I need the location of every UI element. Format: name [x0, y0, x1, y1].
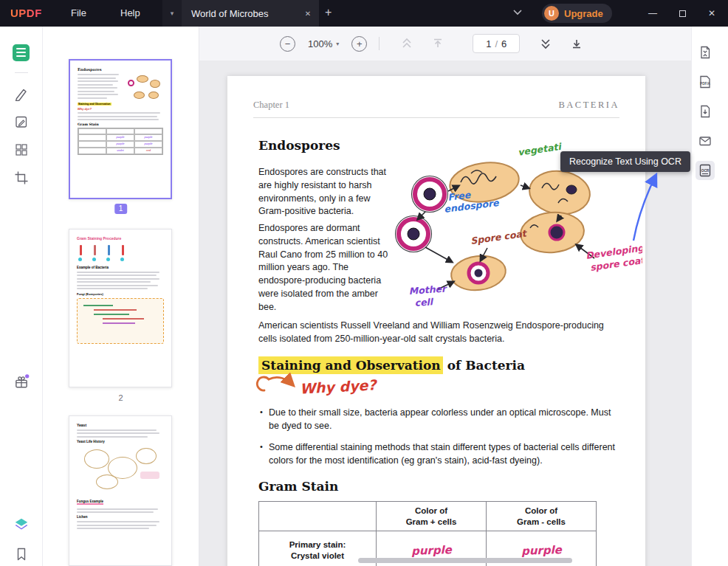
- thumb2-title: Gram Staining Procedure: [77, 236, 164, 241]
- spore-coat-label: Spore coat: [470, 227, 528, 246]
- previous-page-button[interactable]: [398, 35, 416, 52]
- user-avatar[interactable]: U: [544, 6, 559, 21]
- gram-stain-heading: Gram Stain: [258, 479, 338, 494]
- thumbnail-page-3[interactable]: Yeast Yeast Life History Fungus Example: [69, 415, 172, 566]
- thumb3-lines: [77, 429, 164, 438]
- chapter-label: Chapter 1: [253, 100, 289, 111]
- ocr-icon: OCR: [698, 163, 712, 178]
- gram-stain-table: Color ofGram + cells Color ofGram - cell…: [258, 501, 597, 566]
- menu-file[interactable]: File: [71, 7, 86, 18]
- ocr-button[interactable]: OCR: [696, 161, 715, 180]
- why-dye-annotation: Why dye?: [299, 376, 376, 396]
- vegetative-label: vegetati: [517, 141, 563, 158]
- gift-icon: [13, 373, 30, 390]
- organize-pages-button[interactable]: [10, 139, 32, 161]
- double-chevron-up-icon: [402, 38, 412, 49]
- zoom-dropdown-chevron-icon: ▾: [336, 41, 339, 47]
- thumb2-lines: [77, 272, 164, 290]
- new-tab-button[interactable]: +: [325, 6, 332, 19]
- bookmark-icon: [14, 547, 29, 562]
- comment-tool-button-active[interactable]: [10, 41, 32, 63]
- last-page-button[interactable]: [568, 35, 586, 52]
- page-separator: /: [495, 38, 498, 49]
- thumb2-cyan-dots: [78, 258, 164, 261]
- thumb1-illustration: [126, 74, 162, 103]
- zoom-level-select[interactable]: 100% ▾: [308, 38, 339, 49]
- svg-text:OCR: OCR: [701, 169, 710, 173]
- arrow-to-bottom-icon: [571, 38, 582, 49]
- endospores-paragraph-2: Endospores are dormant constructs. Ameri…: [258, 222, 393, 314]
- updf-app-window: UPDF File Help ▾ World of Microbes ✕ + U…: [0, 0, 728, 566]
- ocr-tooltip: Recognize Text Using OCR: [560, 151, 690, 172]
- layers-icon: [13, 517, 30, 533]
- page-total: 6: [501, 38, 506, 49]
- first-page-button[interactable]: [429, 35, 447, 52]
- whats-new-button[interactable]: [10, 370, 32, 393]
- staining-heading-rest: of Bacteria: [443, 358, 525, 373]
- page-number-input[interactable]: 1 / 6: [473, 34, 520, 53]
- pen-tool-button[interactable]: [10, 83, 32, 105]
- share-email-button[interactable]: [696, 131, 715, 151]
- title-bar: UPDF File Help ▾ World of Microbes ✕ + U…: [0, 0, 728, 27]
- document-canvas[interactable]: − 100% ▾ +: [199, 27, 691, 566]
- upgrade-button[interactable]: Upgrade: [564, 8, 603, 19]
- bookmark-button[interactable]: [10, 543, 32, 565]
- crop-pages-button[interactable]: [10, 167, 32, 189]
- thumb1-mini-table: purple purple purple purple violet red: [78, 128, 163, 155]
- bullet-2: Some differential staining methods that …: [260, 441, 620, 467]
- horizontal-scrollbar-thumb[interactable]: [358, 558, 572, 563]
- right-tool-rail: PDF/A OCR: [691, 27, 728, 566]
- thumb1-why-dye: Why dye?: [78, 107, 163, 111]
- table-header-gram-positive: Color ofGram + cells: [377, 502, 487, 531]
- thumb3-lines3: [77, 521, 164, 529]
- thumb1-gram-title: Gram Stain: [78, 122, 163, 126]
- pen-icon: [14, 86, 29, 101]
- collapse-toolbar-chevron-icon[interactable]: [512, 9, 523, 15]
- view-toolbar: − 100% ▾ +: [199, 27, 691, 61]
- why-dye-curl-arrow: [244, 373, 297, 404]
- salt-crystals-paragraph: American scientists Russell Vreeland and…: [258, 320, 622, 346]
- export-icon: [698, 104, 712, 119]
- toolbar-divider: [379, 37, 380, 50]
- next-page-button[interactable]: [537, 35, 554, 52]
- page-current: 1: [486, 38, 491, 49]
- zoom-out-button[interactable]: −: [280, 36, 295, 52]
- pdfa-convert-button[interactable]: PDF/A: [696, 72, 715, 92]
- document-tab[interactable]: ▾ World of Microbes ✕: [162, 0, 319, 27]
- double-chevron-down-icon: [540, 38, 551, 49]
- tab-close-icon[interactable]: ✕: [297, 10, 319, 18]
- endospores-heading: Endospores: [258, 138, 340, 153]
- pdf-page[interactable]: Chapter 1 BACTERIA Endospores Endospores…: [227, 76, 645, 566]
- thumb3-title: Yeast: [77, 423, 164, 427]
- menu-help[interactable]: Help: [120, 7, 140, 18]
- edit-tool-button[interactable]: [10, 111, 32, 133]
- left-tool-rail: [0, 27, 43, 566]
- thumb3-lines2: [77, 508, 164, 514]
- tab-list-chevron-icon[interactable]: ▾: [162, 0, 182, 27]
- layers-button[interactable]: [10, 514, 32, 536]
- thumb1-lines: [78, 112, 163, 120]
- maximize-icon: [679, 10, 686, 17]
- close-window-button[interactable]: ✕: [700, 0, 724, 27]
- account-pill[interactable]: U Upgrade: [542, 4, 612, 23]
- zoom-in-button[interactable]: +: [351, 36, 367, 52]
- comment-tool-icon: [13, 44, 30, 61]
- bacteria-label: BACTERIA: [559, 100, 620, 111]
- crop-icon: [14, 170, 29, 185]
- thumbnail-page-1[interactable]: Endospores Staining and Observa: [69, 59, 172, 199]
- organize-pages-icon: [14, 142, 29, 157]
- export-pdf-button[interactable]: [696, 102, 715, 121]
- notification-dot: [25, 374, 29, 378]
- table-corner-cell: [259, 502, 377, 531]
- thumb1-title: Endospores: [78, 67, 163, 72]
- edit-icon: [14, 114, 29, 129]
- svg-text:PDF/A: PDF/A: [700, 82, 710, 86]
- bullet-1: Due to their small size, bacteria appear…: [260, 406, 620, 432]
- minimize-button[interactable]: —: [641, 0, 665, 27]
- arrow-to-top-icon: [433, 38, 443, 49]
- compress-pdf-button[interactable]: [696, 43, 715, 62]
- maximize-button[interactable]: [670, 0, 694, 27]
- thumb2-heading: Example of Bacteria: [77, 266, 164, 269]
- thumbnail-page-2[interactable]: Gram Staining Procedure Example of Bacte…: [69, 229, 172, 387]
- thumbnail-page-1-badge: 1: [114, 204, 128, 214]
